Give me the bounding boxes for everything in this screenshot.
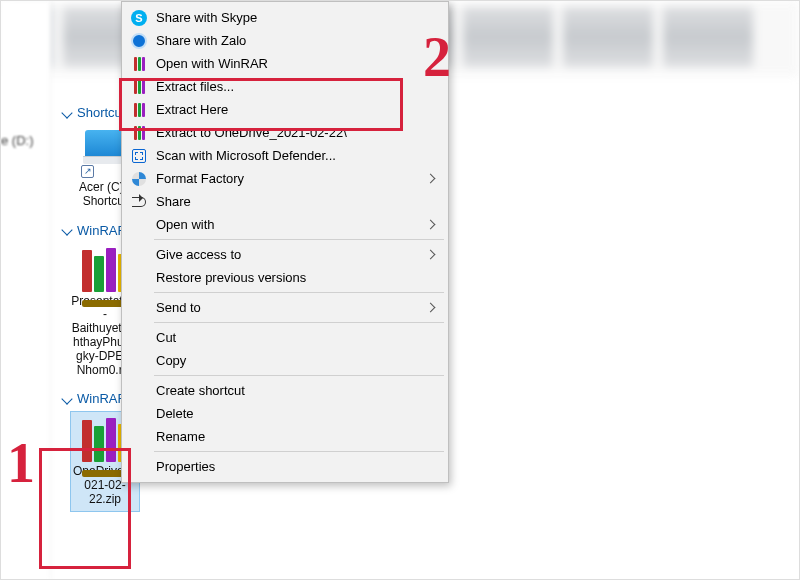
chevron-down-icon (61, 393, 72, 404)
cm-delete[interactable]: Delete (124, 402, 446, 425)
chevron-right-icon (426, 220, 436, 230)
blank-icon (130, 352, 148, 370)
cm-properties[interactable]: Properties (124, 455, 446, 478)
menu-separator (154, 292, 444, 293)
cm-scan-defender[interactable]: Scan with Microsoft Defender... (124, 144, 446, 167)
cm-extract-files[interactable]: Extract files... (124, 75, 446, 98)
chevron-down-icon (61, 224, 72, 235)
cm-cut[interactable]: Cut (124, 326, 446, 349)
nav-sidebar-blur (1, 1, 51, 579)
zalo-icon (130, 32, 148, 50)
cm-copy[interactable]: Copy (124, 349, 446, 372)
cm-share-skype[interactable]: S Share with Skype (124, 6, 446, 29)
winrar-icon (130, 78, 148, 96)
group-label: Shortcut (77, 105, 125, 120)
drive-label[interactable]: e (D:) (1, 133, 34, 148)
cm-extract-to[interactable]: Extract to OneDrive_2021-02-22\ (124, 121, 446, 144)
winrar-icon (130, 55, 148, 73)
skype-icon: S (130, 9, 148, 27)
chevron-down-icon (61, 107, 72, 118)
cm-send-to[interactable]: Send to (124, 296, 446, 319)
format-factory-icon (130, 170, 148, 188)
menu-separator (154, 375, 444, 376)
chevron-right-icon (426, 174, 436, 184)
blank-icon (130, 246, 148, 264)
blank-icon (130, 405, 148, 423)
blank-icon (130, 216, 148, 234)
cm-give-access[interactable]: Give access to (124, 243, 446, 266)
menu-separator (154, 451, 444, 452)
menu-separator (154, 322, 444, 323)
shortcut-arrow-icon: ↗ (81, 165, 94, 178)
chevron-right-icon (426, 303, 436, 313)
blank-icon (130, 269, 148, 287)
chevron-right-icon (426, 250, 436, 260)
winrar-icon (130, 124, 148, 142)
share-icon (130, 193, 148, 211)
blank-icon (130, 299, 148, 317)
context-menu: S Share with Skype Share with Zalo Open … (121, 1, 449, 483)
group-label: WinRAR (77, 223, 127, 238)
winrar-icon (130, 101, 148, 119)
cm-open-with[interactable]: Open with (124, 213, 446, 236)
blank-icon (130, 329, 148, 347)
blank-icon (130, 382, 148, 400)
cm-rename[interactable]: Rename (124, 425, 446, 448)
shield-icon (130, 147, 148, 165)
cm-open-winrar[interactable]: Open with WinRAR (124, 52, 446, 75)
cm-extract-here[interactable]: Extract Here (124, 98, 446, 121)
cm-share[interactable]: Share (124, 190, 446, 213)
cm-restore-previous[interactable]: Restore previous versions (124, 266, 446, 289)
menu-separator (154, 239, 444, 240)
blank-icon (130, 428, 148, 446)
blank-icon (130, 458, 148, 476)
cm-create-shortcut[interactable]: Create shortcut (124, 379, 446, 402)
group-label: WinRAR (77, 391, 127, 406)
cm-share-zalo[interactable]: Share with Zalo (124, 29, 446, 52)
cm-format-factory[interactable]: Format Factory (124, 167, 446, 190)
